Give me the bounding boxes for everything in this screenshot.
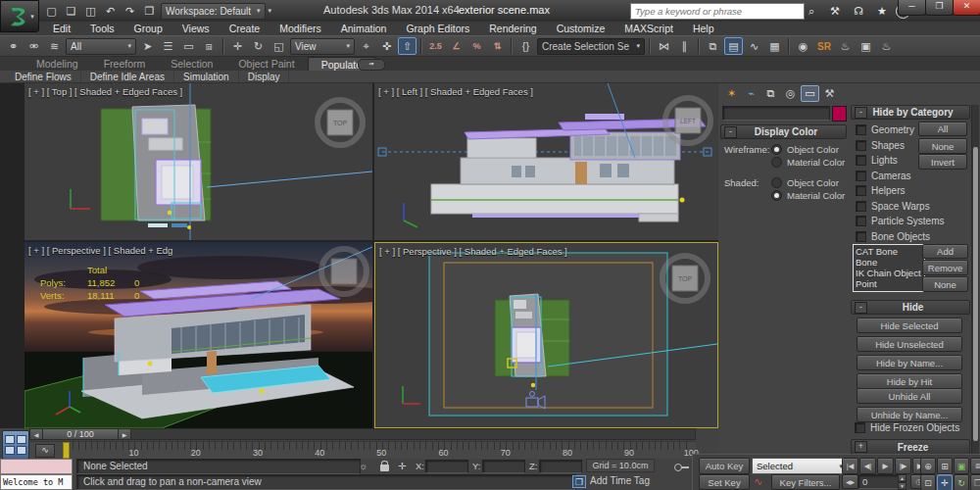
bind-to-space-warp-icon[interactable]: ≋ xyxy=(45,37,64,55)
key-mode-toggle-icon[interactable]: ◀▶ xyxy=(842,474,858,489)
list-item[interactable]: CAT Bone xyxy=(856,246,922,257)
menu-item[interactable]: Help xyxy=(683,23,724,34)
redo-icon[interactable]: ↷ xyxy=(122,3,138,19)
current-frame-field[interactable]: 0 xyxy=(858,474,903,489)
menu-item[interactable]: Graph Editors xyxy=(396,23,479,34)
maxscript-listener-line[interactable]: Welcome to M xyxy=(0,474,73,490)
selection-set-dropdown[interactable]: Selected ▾ xyxy=(752,458,848,474)
track-bar[interactable]: ∿ 102030405060708090100 xyxy=(29,441,696,459)
ribbon-tab[interactable]: Freeform xyxy=(91,57,159,71)
category-checkbox-row[interactable]: Particle Systems xyxy=(856,214,944,229)
current-frame-marker[interactable] xyxy=(63,442,70,459)
category-checkbox-row[interactable]: Bone Objects xyxy=(856,229,944,245)
unlink-selection-icon[interactable]: ⚮ xyxy=(24,37,43,55)
collapse-icon[interactable]: - xyxy=(855,302,867,314)
selection-filter-dropdown[interactable]: All ▾ xyxy=(66,38,136,55)
scene-explorer-icon[interactable]: ▤ xyxy=(724,37,743,55)
isolate-selection-toggle-icon[interactable]: ❐ xyxy=(572,475,586,488)
category-none-button[interactable]: None xyxy=(918,138,967,154)
named-selection-sets-dropdown[interactable]: Create Selection Se ▾ xyxy=(537,38,645,55)
menu-item[interactable]: Views xyxy=(172,23,220,34)
ribbon-minimize-button[interactable]: ▪▾ xyxy=(358,59,385,71)
restore-button[interactable]: ❐ xyxy=(925,0,954,16)
unhide-button[interactable]: Unhide All xyxy=(857,388,962,404)
hide-by-category-rollout-header[interactable]: - Hide by Category xyxy=(851,105,970,120)
expand-icon[interactable]: + xyxy=(855,441,867,453)
hide-rollout-header[interactable]: - Hide xyxy=(851,300,970,315)
select-object-icon[interactable]: ➤ xyxy=(138,37,157,55)
snaps-toggle-icon[interactable]: 2.5 xyxy=(426,37,445,55)
reference-coordinate-dropdown[interactable]: View ▾ xyxy=(290,38,355,55)
go-to-start-icon[interactable]: |◀ xyxy=(842,458,858,474)
close-button[interactable]: ✕ xyxy=(953,0,980,16)
panel-scrollbar[interactable] xyxy=(971,105,979,454)
hide-button[interactable]: Hide by Hit xyxy=(857,373,962,389)
list-item[interactable]: IK Chain Object xyxy=(856,268,922,278)
viewport-label[interactable]: [ + ] [ Perspective ] [ Shaded + Edg xyxy=(28,245,172,256)
motion-tab-icon[interactable]: ◎ xyxy=(781,85,800,102)
viewport-perspective-active-canvas[interactable]: TOP xyxy=(375,243,717,427)
viewport-perspective-active[interactable]: TOP [ + ] [ Perspective ] [ Shaded + Edg… xyxy=(374,242,718,428)
zoom-region-icon[interactable]: ⊡ xyxy=(920,474,936,490)
collapse-icon[interactable]: - xyxy=(855,107,867,119)
orbit-icon[interactable]: ↻ xyxy=(954,474,969,490)
ribbon-tab[interactable]: Modeling xyxy=(24,57,91,71)
schematic-view-icon[interactable]: ▦ xyxy=(765,37,784,55)
viewport-label[interactable]: [ + ] [ Top ] [ Shaded + Edged Faces ] xyxy=(28,86,182,97)
select-by-name-icon[interactable]: ☰ xyxy=(159,37,177,55)
zoom-extents-all-icon[interactable]: ⧈ xyxy=(970,458,980,474)
category-all-button[interactable]: All xyxy=(918,122,967,136)
next-frame-icon[interactable]: |▶ xyxy=(895,458,911,474)
qat-customize-caret-icon[interactable]: ▾ xyxy=(269,7,272,15)
align-icon[interactable]: ∥ xyxy=(675,37,694,55)
material-editor-icon[interactable]: ◉ xyxy=(794,37,812,55)
viewport-label[interactable]: [ + ] [ Perspective ] [ Shaded + Edged F… xyxy=(379,246,567,257)
rendered-frame-window-icon[interactable]: ▣ xyxy=(857,37,875,55)
application-menu-button[interactable]: ▾ xyxy=(0,0,39,32)
set-key-button[interactable]: Set Key xyxy=(699,474,750,490)
hide-button[interactable]: Hide Unselected xyxy=(857,336,962,352)
menu-item[interactable]: Rendering xyxy=(479,23,546,34)
select-and-scale-icon[interactable]: ◱ xyxy=(270,37,288,55)
populate-subtab[interactable]: Display xyxy=(239,72,290,82)
bone-add-button[interactable]: Add xyxy=(922,244,968,259)
rectangular-selection-region-icon[interactable]: ▭ xyxy=(179,37,198,55)
ribbon-tab[interactable]: Object Paint xyxy=(225,57,307,71)
menu-item[interactable]: Modifiers xyxy=(270,23,331,34)
select-and-manipulate-icon[interactable]: ✜ xyxy=(377,37,396,55)
mirror-icon[interactable]: ⋈ xyxy=(655,37,673,55)
minimize-button[interactable]: ─ xyxy=(898,0,926,16)
zoom-extents-icon[interactable]: ▣ xyxy=(954,458,969,474)
hide-button[interactable]: Hide Selected xyxy=(857,318,962,333)
bone-none-button[interactable]: None xyxy=(922,276,968,292)
viewport-top[interactable]: TOP [ + ] [ Top ] [ Shaded + Edged Faces… xyxy=(24,83,372,240)
freeze-rollout-header[interactable]: + Freeze xyxy=(851,439,970,455)
radio-option[interactable]: Material Color xyxy=(771,189,845,201)
hierarchy-tab-icon[interactable]: ⧉ xyxy=(761,85,780,102)
pan-view-icon[interactable]: ✛ xyxy=(937,474,953,490)
y-coordinate-field[interactable] xyxy=(482,460,525,473)
list-item[interactable]: Point xyxy=(856,278,922,289)
menu-item[interactable]: Group xyxy=(124,23,172,34)
window-crossing-icon[interactable]: ⧈ xyxy=(200,37,219,55)
radio-option[interactable]: Material Color xyxy=(771,156,845,168)
communication-center-icon[interactable]: ☊ xyxy=(849,5,868,18)
workspace-dropdown[interactable]: Workspace: Default ▾ xyxy=(161,3,266,20)
search-binoculars-icon[interactable]: ⌕ xyxy=(802,5,821,18)
absolute-transform-mode-icon[interactable]: ✛ xyxy=(398,461,406,471)
selection-lock-icon[interactable] xyxy=(380,465,389,471)
populate-subtab[interactable]: Simulation xyxy=(174,72,239,82)
viewcube-perspective-active[interactable]: TOP xyxy=(662,256,708,301)
viewcube-top[interactable]: TOP xyxy=(318,100,363,145)
favorites-star-icon[interactable]: ★ xyxy=(872,5,892,18)
curve-editor-icon[interactable]: ∿ xyxy=(745,37,763,55)
populate-subtab[interactable]: Define Flows xyxy=(6,72,81,82)
populate-subtab[interactable]: Define Idle Areas xyxy=(81,72,174,82)
new-file-icon[interactable]: ▢ xyxy=(43,3,60,19)
panel-scrollbar-thumb[interactable] xyxy=(973,147,978,441)
viewport-left-canvas[interactable]: LEFT xyxy=(374,83,718,240)
utilities-tab-icon[interactable]: ⚒ xyxy=(820,85,839,102)
keyboard-shortcut-override-icon[interactable]: ⇧ xyxy=(398,37,416,55)
select-and-move-icon[interactable]: ✛ xyxy=(228,37,247,55)
object-name-field[interactable] xyxy=(722,106,830,121)
